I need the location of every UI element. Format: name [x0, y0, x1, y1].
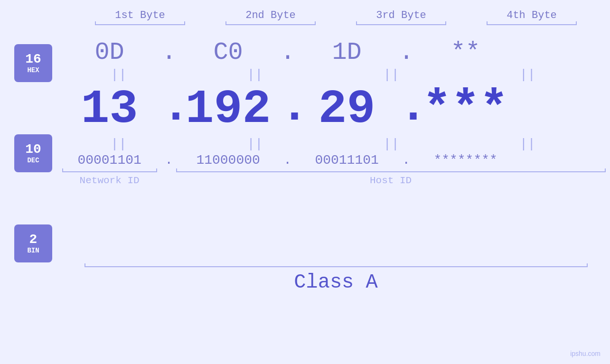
bin-b2: 11000000: [176, 153, 281, 168]
bin-row: 00001101 . 11000000 . 00011101 . *******…: [57, 153, 606, 168]
dec-b2: 192: [176, 86, 281, 133]
bin-b1: 00001101: [57, 153, 162, 168]
host-bracket-line: [176, 171, 606, 172]
hex-number: 16: [25, 52, 41, 67]
hex-badge: 16 HEX: [14, 44, 52, 82]
dec-number: 10: [25, 142, 41, 157]
hex-dot-1: .: [162, 38, 176, 66]
base-badges: 16 HEX 10 DEC 2 BIN: [0, 44, 57, 262]
network-bracket-line: [62, 171, 157, 172]
equals-row-1: || || || ||: [57, 66, 589, 84]
byte4-label: 4th Byte: [479, 9, 584, 21]
byte2-label: 2nd Byte: [218, 9, 323, 21]
eq1-b3: ||: [339, 68, 443, 82]
byte-headers: 1st Byte 2nd Byte 3rd Byte 4th Byte: [75, 9, 597, 21]
bin-dot-3: .: [399, 153, 413, 168]
eq2-b2: ||: [203, 138, 307, 151]
equals-row-2: || || || ||: [57, 136, 589, 153]
bin-b4: ********: [413, 153, 518, 168]
hex-dot-2: .: [281, 38, 295, 66]
watermark: ipshu.com: [570, 350, 601, 357]
hex-b2: C0: [176, 38, 281, 66]
eq2-b1: ||: [66, 138, 171, 151]
dec-b4: ***: [413, 86, 518, 133]
hex-dot-3: .: [399, 38, 413, 66]
bin-dot-2: .: [281, 153, 295, 168]
full-bottom-bracket: [84, 266, 588, 267]
eq1-b2: ||: [203, 68, 307, 82]
network-id-bracket-col: [57, 171, 162, 172]
top-brackets: [75, 24, 597, 25]
byte1-label: 1st Byte: [88, 9, 192, 21]
eq2-b3: ||: [339, 138, 443, 151]
bin-number: 2: [29, 233, 38, 247]
bin-dot-1: .: [162, 153, 176, 168]
network-id-label: Network ID: [57, 175, 162, 186]
dec-label: DEC: [27, 157, 39, 164]
byte3-label: 3rd Byte: [349, 9, 453, 21]
bin-b3: 00011101: [295, 153, 399, 168]
dec-dot-2: .: [281, 84, 295, 131]
dec-b1: 13: [57, 86, 162, 133]
hex-row: 0D . C0 . 1D . **: [57, 38, 606, 66]
id-labels: Network ID Host ID: [57, 175, 606, 186]
dec-dot-3: .: [399, 84, 413, 131]
eq2-b4: ||: [475, 138, 580, 151]
dec-row: 13 . 192 . 29 . ***: [57, 84, 606, 136]
hex-b3: 1D: [295, 38, 399, 66]
hex-label: HEX: [27, 66, 39, 74]
eq1-b1: ||: [66, 68, 171, 82]
eq1-b4: ||: [475, 68, 580, 82]
top-bracket-4: [487, 24, 577, 25]
hex-b1: 0D: [57, 38, 162, 66]
dec-badge: 10 DEC: [14, 134, 52, 172]
hex-b4: **: [413, 38, 518, 66]
top-bracket-1: [95, 24, 185, 25]
class-label: Class A: [84, 271, 588, 294]
bottom-bracket-area: [57, 171, 606, 172]
main-container: 1st Byte 2nd Byte 3rd Byte 4th Byte 16 H…: [0, 0, 610, 364]
dec-b3: 29: [295, 86, 399, 133]
bin-badge: 2 BIN: [14, 224, 52, 262]
top-bracket-2: [225, 24, 316, 25]
host-id-label: Host ID: [176, 175, 606, 186]
dec-dot-1: .: [162, 84, 176, 131]
bin-label: BIN: [27, 247, 39, 254]
value-rows: 0D . C0 . 1D . ** || ||: [57, 30, 610, 186]
label-spacer: [162, 175, 176, 186]
top-bracket-3: [356, 24, 446, 25]
